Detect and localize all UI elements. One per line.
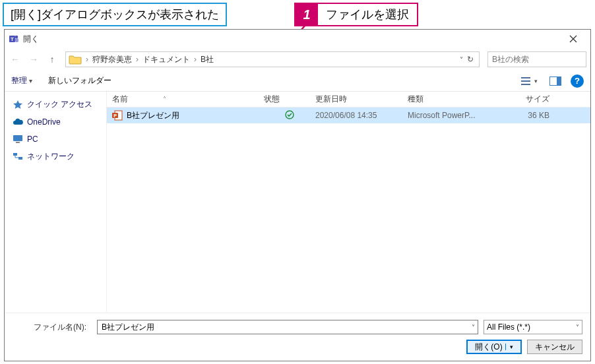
cancel-button-label: キャンセル <box>535 342 575 353</box>
sidebar-item-label: ネットワーク <box>27 151 75 162</box>
svg-text:P: P <box>113 113 117 118</box>
breadcrumb-seg-documents[interactable]: ドキュメント <box>142 54 190 65</box>
navigation-pane: クイック アクセス OneDrive PC ネットワーク <box>5 92 107 313</box>
callout-step-1: 1 ファイルを選択 <box>294 3 418 26</box>
file-list-pane: 名前 ˄ 状態 更新日時 種類 サイズ P B社プレゼン用 <box>107 92 590 313</box>
chevron-right-icon: › <box>135 55 140 64</box>
svg-rect-7 <box>521 80 530 82</box>
star-icon <box>13 100 23 110</box>
network-icon <box>13 152 23 162</box>
filename-combobox[interactable]: ˅ <box>97 320 478 334</box>
svg-rect-12 <box>16 142 20 143</box>
nav-up-button[interactable]: ↑ <box>44 51 60 67</box>
refresh-icon[interactable]: ↻ <box>464 55 476 64</box>
open-button-splitter-icon[interactable]: ▾ <box>505 344 513 350</box>
preview-pane-icon <box>549 76 561 86</box>
teams-app-icon: T <box>9 34 19 44</box>
powerpoint-file-icon: P <box>112 110 123 121</box>
cancel-button[interactable]: キャンセル <box>527 340 582 354</box>
search-box[interactable] <box>487 51 586 67</box>
file-size: 36 KB <box>497 111 549 120</box>
chevron-right-icon: › <box>84 55 90 64</box>
view-options-button[interactable]: ▾ <box>518 74 540 88</box>
nav-forward-button[interactable]: → <box>26 51 42 67</box>
open-button-label: 開く(O) <box>475 342 502 353</box>
sort-indicator-icon: ˄ <box>163 96 166 103</box>
file-date: 2020/06/08 14:35 <box>315 111 408 120</box>
breadcrumb[interactable]: › 狩野奈美恵 › ドキュメント › B社 ˅ ↻ <box>65 51 480 67</box>
dialog-title: 開く <box>23 34 39 45</box>
open-dialog-window: T 開く ← → ↑ › 狩野奈美恵 › ドキュメント › B社 ˅ ↻ <box>4 29 591 361</box>
column-headers: 名前 ˄ 状態 更新日時 種類 サイズ <box>107 92 590 107</box>
sidebar-item-quick-access[interactable]: クイック アクセス <box>5 96 106 113</box>
help-button[interactable]: ? <box>571 75 584 88</box>
svg-text:T: T <box>11 36 14 42</box>
svg-rect-6 <box>521 77 530 78</box>
cloud-icon <box>13 117 23 127</box>
file-kind: Microsoft PowerP... <box>408 111 497 120</box>
pc-icon <box>13 134 23 144</box>
col-header-name[interactable]: 名前 <box>112 94 128 104</box>
sidebar-item-label: クイック アクセス <box>27 99 92 110</box>
chevron-down-icon: ▾ <box>534 78 538 84</box>
svg-rect-8 <box>521 84 530 85</box>
sidebar-item-label: PC <box>27 135 38 144</box>
col-header-status[interactable]: 状態 <box>264 94 315 105</box>
callout-dialog-shown: [開く]ダイアログボックスが表示された <box>3 3 227 26</box>
organize-menu[interactable]: 整理 <box>11 75 32 86</box>
sync-status-available-icon <box>285 110 294 121</box>
sidebar-item-onedrive[interactable]: OneDrive <box>5 113 106 131</box>
dialog-footer: ファイル名(N): ˅ All Files (*.*) ˅ 開く(O) ▾ キャ… <box>5 313 590 361</box>
search-input[interactable] <box>491 54 583 65</box>
view-list-icon <box>521 76 533 86</box>
sidebar-item-network[interactable]: ネットワーク <box>5 148 106 166</box>
open-button[interactable]: 開く(O) ▾ <box>466 340 522 354</box>
callout-step-1-number: 1 <box>296 4 318 25</box>
svg-point-3 <box>15 36 18 39</box>
nav-back-button[interactable]: ← <box>7 51 23 67</box>
close-button[interactable] <box>560 30 586 48</box>
col-header-size[interactable]: サイズ <box>497 94 549 105</box>
col-header-date[interactable]: 更新日時 <box>315 94 408 105</box>
file-row-selected[interactable]: P B社プレゼン用 2020/06/08 14:35 Microsoft Pow… <box>107 107 590 123</box>
filename-input[interactable] <box>100 322 472 332</box>
address-bar-row: ← → ↑ › 狩野奈美恵 › ドキュメント › B社 ˅ ↻ <box>5 48 590 71</box>
sidebar-item-label: OneDrive <box>27 117 61 127</box>
folder-icon <box>69 54 82 65</box>
filename-label: ファイル名(N): <box>13 322 92 333</box>
breadcrumb-seg-user[interactable]: 狩野奈美恵 <box>92 54 132 65</box>
toolbar: 整理 新しいフォルダー ▾ ? <box>5 71 590 92</box>
svg-rect-4 <box>15 38 18 42</box>
col-header-kind[interactable]: 種類 <box>408 94 497 105</box>
svg-rect-10 <box>557 77 561 85</box>
svg-rect-11 <box>13 135 22 141</box>
preview-pane-button[interactable] <box>544 74 567 88</box>
svg-rect-13 <box>13 153 17 156</box>
dialog-body: クイック アクセス OneDrive PC ネットワーク <box>5 92 590 313</box>
callout-step-1-text: ファイルを選択 <box>318 4 417 25</box>
titlebar: T 開く <box>5 30 590 48</box>
new-folder-button[interactable]: 新しいフォルダー <box>48 75 111 86</box>
chevron-down-icon: ˅ <box>576 324 579 331</box>
breadcrumb-dropdown-icon[interactable]: ˅ <box>460 56 463 63</box>
chevron-right-icon: › <box>193 55 198 64</box>
sidebar-item-pc[interactable]: PC <box>5 131 106 148</box>
close-icon <box>569 35 577 43</box>
file-type-filter-label: All Files (*.*) <box>487 322 530 332</box>
file-type-filter[interactable]: All Files (*.*) ˅ <box>484 320 582 334</box>
file-name: B社プレゼン用 <box>127 110 179 121</box>
breadcrumb-seg-current[interactable]: B社 <box>201 54 214 65</box>
chevron-down-icon[interactable]: ˅ <box>472 324 475 331</box>
